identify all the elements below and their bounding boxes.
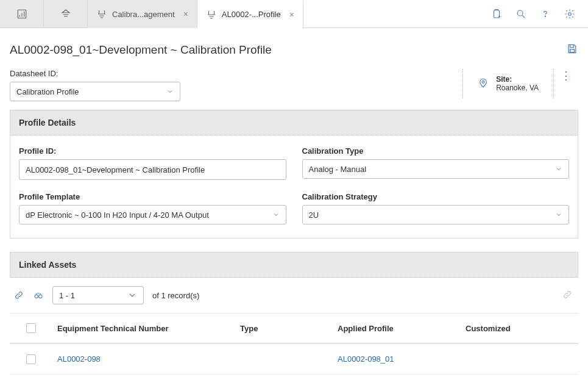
- chevron-down-icon: [555, 165, 562, 173]
- calibration-type-label: Calibration Type: [302, 146, 570, 156]
- chevron-down-icon: [272, 211, 280, 218]
- row-checkbox[interactable]: [26, 354, 36, 364]
- close-icon[interactable]: ×: [289, 10, 294, 20]
- chevron-down-icon: [127, 290, 137, 300]
- svg-point-3: [545, 16, 545, 16]
- svg-point-2: [517, 10, 523, 16]
- title-row: AL0002-098_01~Development ~ Calibration …: [10, 28, 578, 69]
- site-value: Roanoke, VA: [496, 84, 539, 92]
- col-type[interactable]: Type: [235, 318, 333, 339]
- profile-id-label: Profile ID:: [19, 146, 286, 156]
- search-icon[interactable]: [515, 8, 527, 20]
- col-customized[interactable]: Customized: [461, 318, 578, 339]
- top-tab-strip: Calibra...agement × AL0002-...Profile ×: [0, 0, 588, 28]
- top-toolbar: [491, 0, 588, 27]
- help-icon[interactable]: [539, 8, 551, 20]
- svg-point-4: [569, 12, 572, 15]
- calibration-type-value: Analog - Manual: [309, 165, 367, 174]
- profile-details-body: Profile ID: Calibration Type Analog - Ma…: [10, 135, 578, 239]
- pager-value: 1 - 1: [59, 291, 75, 300]
- svg-point-6: [482, 81, 484, 83]
- calibration-strategy-select[interactable]: 2U: [302, 205, 570, 224]
- calibration-strategy-value: 2U: [309, 210, 319, 220]
- tab-calibration-profile[interactable]: AL0002-...Profile ×: [197, 1, 303, 29]
- cell-customized: [461, 353, 578, 365]
- linked-assets-grid: Equipment Technical Number Type Applied …: [10, 313, 578, 375]
- site-block: Site: Roanoke, VA: [462, 69, 554, 98]
- profile-template-label: Profile Template: [19, 192, 286, 201]
- svg-rect-5: [570, 49, 575, 52]
- close-icon[interactable]: ×: [183, 9, 188, 19]
- col-applied-profile[interactable]: Applied Profile: [333, 318, 461, 339]
- chevron-down-icon: [555, 211, 562, 218]
- location-pin-icon: [478, 77, 489, 90]
- more-actions-icon[interactable]: ⋮: [554, 69, 578, 82]
- clipboard-add-icon[interactable]: [491, 8, 503, 20]
- cell-type: [235, 353, 333, 365]
- equipment-link[interactable]: AL0002-098: [57, 354, 101, 364]
- datasheet-value: Calibration Profile: [16, 87, 79, 96]
- tab-label: Calibra...agement: [112, 10, 175, 19]
- save-icon[interactable]: [566, 43, 578, 57]
- profile-details-header: Profile Details: [10, 110, 578, 135]
- nav-icon-dashboard[interactable]: [0, 0, 44, 27]
- svg-point-7: [35, 295, 38, 298]
- datasheet-label: Datasheet ID:: [10, 69, 180, 78]
- calibration-strategy-label: Calibration Strategy: [302, 192, 570, 201]
- datasheet-row: Datasheet ID: Calibration Profile Site: …: [10, 69, 578, 110]
- applied-profile-link[interactable]: AL0002-098_01: [338, 354, 394, 364]
- binoculars-icon[interactable]: [33, 290, 44, 301]
- profile-id-input[interactable]: [19, 159, 286, 180]
- col-equipment-technical-number[interactable]: Equipment Technical Number: [52, 318, 235, 339]
- site-label: Site:: [496, 75, 539, 84]
- table-row: AL0002-098 AL0002-098_01: [10, 344, 578, 375]
- linked-assets-toolbar: 1 - 1 of 1 record(s): [10, 278, 578, 313]
- datasheet-select[interactable]: Calibration Profile: [10, 82, 180, 101]
- tab-calibration-management[interactable]: Calibra...agement ×: [88, 0, 197, 28]
- calibration-type-select[interactable]: Analog - Manual: [302, 159, 570, 179]
- tab-label: AL0002-...Profile: [222, 10, 281, 19]
- unlink-icon[interactable]: [562, 290, 578, 301]
- grid-header-row: Equipment Technical Number Type Applied …: [10, 314, 578, 344]
- svg-point-8: [39, 295, 42, 298]
- chevron-down-icon: [166, 88, 174, 95]
- select-all-checkbox[interactable]: [26, 323, 36, 333]
- pager-suffix: of 1 record(s): [152, 291, 199, 300]
- link-icon[interactable]: [13, 290, 24, 301]
- page-title: AL0002-098_01~Development ~ Calibration …: [10, 43, 272, 57]
- linked-assets-header: Linked Assets: [10, 252, 578, 278]
- nav-icon-hierarchy[interactable]: [44, 0, 88, 27]
- settings-gear-icon[interactable]: [564, 8, 576, 20]
- document-tabs: Calibra...agement × AL0002-...Profile ×: [88, 0, 303, 27]
- profile-template-select[interactable]: dP Electronic ~ 0-100 In H20 Input / 4-2…: [19, 205, 286, 224]
- pager-select[interactable]: 1 - 1: [52, 286, 144, 304]
- profile-template-value: dP Electronic ~ 0-100 In H20 Input / 4-2…: [26, 210, 209, 220]
